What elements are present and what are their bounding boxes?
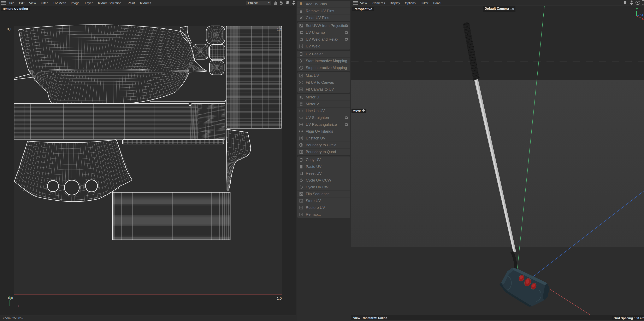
svg-text:X: X: [642, 17, 644, 21]
svg-text:1,0: 1,0: [277, 296, 282, 300]
svg-text:V: V: [9, 296, 12, 299]
svg-text:1,1: 1,1: [277, 27, 282, 31]
svg-text:0,1: 0,1: [7, 27, 12, 31]
svg-text:U: U: [16, 304, 19, 308]
svg-text:Z: Z: [642, 13, 644, 16]
svg-text:Y: Y: [636, 8, 638, 11]
